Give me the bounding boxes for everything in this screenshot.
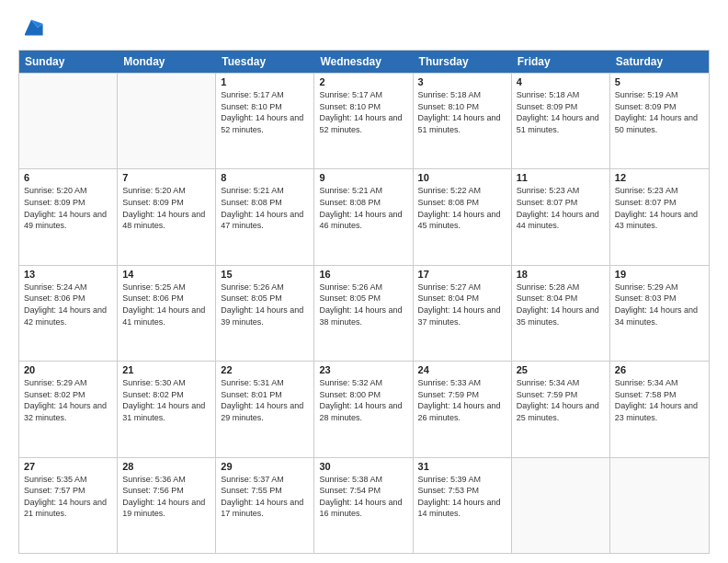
cell-info: Sunrise: 5:24 AMSunset: 8:06 PMDaylight:…	[24, 282, 112, 327]
cell-day-number: 29	[221, 461, 309, 472]
cell-info: Sunrise: 5:23 AMSunset: 8:07 PMDaylight:…	[517, 185, 605, 231]
header	[18, 15, 710, 40]
cell-day-number: 12	[615, 172, 704, 183]
cell-day-number: 14	[122, 269, 210, 280]
calendar-cell: 23Sunrise: 5:32 AMSunset: 8:00 PMDayligh…	[314, 362, 413, 456]
cell-day-number: 27	[24, 461, 112, 472]
calendar-cell: 30Sunrise: 5:38 AMSunset: 7:54 PMDayligh…	[314, 458, 413, 553]
calendar-cell: 26Sunrise: 5:34 AMSunset: 7:58 PMDayligh…	[610, 362, 709, 456]
calendar-cell: 4Sunrise: 5:18 AMSunset: 8:09 PMDaylight…	[512, 74, 610, 168]
cell-day-number: 30	[319, 461, 407, 472]
calendar-header-sunday: Sunday	[19, 51, 118, 73]
cell-day-number: 7	[122, 172, 210, 183]
cell-day-number: 9	[319, 172, 407, 183]
cell-info: Sunrise: 5:28 AMSunset: 8:04 PMDaylight:…	[517, 282, 605, 327]
cell-day-number: 13	[24, 269, 112, 280]
cell-info: Sunrise: 5:32 AMSunset: 8:00 PMDaylight:…	[319, 377, 407, 423]
calendar-cell	[19, 74, 118, 168]
calendar-cell	[610, 458, 709, 553]
calendar-cell: 18Sunrise: 5:28 AMSunset: 8:04 PMDayligh…	[512, 266, 610, 361]
calendar-cell: 2Sunrise: 5:17 AMSunset: 8:10 PMDaylight…	[314, 74, 413, 168]
cell-day-number: 25	[517, 364, 605, 375]
cell-info: Sunrise: 5:38 AMSunset: 7:54 PMDaylight:…	[319, 474, 407, 520]
calendar-cell: 13Sunrise: 5:24 AMSunset: 8:06 PMDayligh…	[19, 266, 118, 361]
cell-info: Sunrise: 5:35 AMSunset: 7:57 PMDaylight:…	[24, 474, 112, 520]
calendar-body: 1Sunrise: 5:17 AMSunset: 8:10 PMDaylight…	[19, 73, 709, 553]
cell-day-number: 4	[517, 76, 605, 87]
cell-info: Sunrise: 5:17 AMSunset: 8:10 PMDaylight:…	[319, 89, 407, 135]
calendar-cell: 20Sunrise: 5:29 AMSunset: 8:02 PMDayligh…	[19, 362, 118, 456]
calendar-cell: 14Sunrise: 5:25 AMSunset: 8:06 PMDayligh…	[118, 266, 216, 361]
calendar-cell: 28Sunrise: 5:36 AMSunset: 7:56 PMDayligh…	[118, 458, 216, 553]
calendar-cell	[118, 74, 216, 168]
calendar-cell: 27Sunrise: 5:35 AMSunset: 7:57 PMDayligh…	[19, 458, 118, 553]
cell-info: Sunrise: 5:20 AMSunset: 8:09 PMDaylight:…	[122, 185, 210, 231]
cell-day-number: 17	[418, 269, 506, 280]
calendar-cell: 8Sunrise: 5:21 AMSunset: 8:08 PMDaylight…	[216, 169, 314, 264]
cell-info: Sunrise: 5:18 AMSunset: 8:10 PMDaylight:…	[418, 89, 506, 135]
cell-info: Sunrise: 5:37 AMSunset: 7:55 PMDaylight:…	[221, 474, 309, 520]
calendar-cell: 21Sunrise: 5:30 AMSunset: 8:02 PMDayligh…	[118, 362, 216, 456]
calendar-row-2: 13Sunrise: 5:24 AMSunset: 8:06 PMDayligh…	[19, 265, 709, 361]
cell-day-number: 28	[122, 461, 210, 472]
calendar-cell: 31Sunrise: 5:39 AMSunset: 7:53 PMDayligh…	[414, 458, 512, 553]
cell-info: Sunrise: 5:21 AMSunset: 8:08 PMDaylight:…	[221, 185, 309, 231]
cell-day-number: 10	[418, 172, 506, 183]
calendar-cell: 19Sunrise: 5:29 AMSunset: 8:03 PMDayligh…	[610, 266, 709, 361]
calendar-header-monday: Monday	[118, 51, 216, 73]
cell-info: Sunrise: 5:18 AMSunset: 8:09 PMDaylight:…	[517, 89, 605, 135]
calendar-header-wednesday: Wednesday	[314, 51, 413, 73]
calendar-header-tuesday: Tuesday	[216, 51, 314, 73]
cell-info: Sunrise: 5:26 AMSunset: 8:05 PMDaylight:…	[319, 282, 407, 327]
cell-day-number: 24	[418, 364, 506, 375]
calendar-cell: 11Sunrise: 5:23 AMSunset: 8:07 PMDayligh…	[512, 169, 610, 264]
cell-info: Sunrise: 5:34 AMSunset: 7:58 PMDaylight:…	[615, 377, 704, 423]
cell-day-number: 8	[221, 172, 309, 183]
cell-info: Sunrise: 5:19 AMSunset: 8:09 PMDaylight:…	[615, 89, 704, 135]
calendar-header-saturday: Saturday	[610, 51, 709, 73]
cell-day-number: 16	[319, 269, 407, 280]
cell-info: Sunrise: 5:33 AMSunset: 7:59 PMDaylight:…	[418, 377, 506, 423]
cell-info: Sunrise: 5:27 AMSunset: 8:04 PMDaylight:…	[418, 282, 506, 327]
cell-info: Sunrise: 5:36 AMSunset: 7:56 PMDaylight:…	[122, 474, 210, 520]
cell-info: Sunrise: 5:20 AMSunset: 8:09 PMDaylight:…	[24, 185, 112, 231]
calendar-cell: 15Sunrise: 5:26 AMSunset: 8:05 PMDayligh…	[216, 266, 314, 361]
cell-day-number: 6	[24, 172, 112, 183]
calendar-cell: 29Sunrise: 5:37 AMSunset: 7:55 PMDayligh…	[216, 458, 314, 553]
logo	[18, 15, 50, 40]
cell-info: Sunrise: 5:23 AMSunset: 8:07 PMDaylight:…	[615, 185, 704, 231]
cell-day-number: 26	[615, 364, 704, 375]
cell-info: Sunrise: 5:39 AMSunset: 7:53 PMDaylight:…	[418, 474, 506, 520]
calendar-cell: 6Sunrise: 5:20 AMSunset: 8:09 PMDaylight…	[19, 169, 118, 264]
cell-day-number: 20	[24, 364, 112, 375]
calendar-cell: 22Sunrise: 5:31 AMSunset: 8:01 PMDayligh…	[216, 362, 314, 456]
cell-day-number: 5	[615, 76, 704, 87]
cell-day-number: 2	[319, 76, 407, 87]
cell-day-number: 19	[615, 269, 704, 280]
calendar-cell: 3Sunrise: 5:18 AMSunset: 8:10 PMDaylight…	[414, 74, 512, 168]
calendar-header-row: SundayMondayTuesdayWednesdayThursdayFrid…	[19, 51, 709, 73]
cell-info: Sunrise: 5:17 AMSunset: 8:10 PMDaylight:…	[221, 89, 309, 135]
calendar-cell: 24Sunrise: 5:33 AMSunset: 7:59 PMDayligh…	[414, 362, 512, 456]
calendar: SundayMondayTuesdayWednesdayThursdayFrid…	[18, 50, 710, 554]
cell-day-number: 21	[122, 364, 210, 375]
cell-info: Sunrise: 5:25 AMSunset: 8:06 PMDaylight:…	[122, 282, 210, 327]
cell-info: Sunrise: 5:29 AMSunset: 8:02 PMDaylight:…	[24, 377, 112, 423]
cell-info: Sunrise: 5:34 AMSunset: 7:59 PMDaylight:…	[517, 377, 605, 423]
calendar-cell: 16Sunrise: 5:26 AMSunset: 8:05 PMDayligh…	[314, 266, 413, 361]
cell-day-number: 22	[221, 364, 309, 375]
calendar-cell: 25Sunrise: 5:34 AMSunset: 7:59 PMDayligh…	[512, 362, 610, 456]
cell-info: Sunrise: 5:29 AMSunset: 8:03 PMDaylight:…	[615, 282, 704, 327]
cell-info: Sunrise: 5:30 AMSunset: 8:02 PMDaylight:…	[122, 377, 210, 423]
calendar-cell: 9Sunrise: 5:21 AMSunset: 8:08 PMDaylight…	[314, 169, 413, 264]
calendar-cell	[512, 458, 610, 553]
logo-icon	[18, 15, 44, 40]
calendar-row-3: 20Sunrise: 5:29 AMSunset: 8:02 PMDayligh…	[19, 361, 709, 456]
cell-info: Sunrise: 5:26 AMSunset: 8:05 PMDaylight:…	[221, 282, 309, 327]
cell-info: Sunrise: 5:22 AMSunset: 8:08 PMDaylight:…	[418, 185, 506, 231]
calendar-cell: 5Sunrise: 5:19 AMSunset: 8:09 PMDaylight…	[610, 74, 709, 168]
cell-day-number: 31	[418, 461, 506, 472]
cell-info: Sunrise: 5:31 AMSunset: 8:01 PMDaylight:…	[221, 377, 309, 423]
calendar-row-4: 27Sunrise: 5:35 AMSunset: 7:57 PMDayligh…	[19, 457, 709, 553]
calendar-cell: 7Sunrise: 5:20 AMSunset: 8:09 PMDaylight…	[118, 169, 216, 264]
